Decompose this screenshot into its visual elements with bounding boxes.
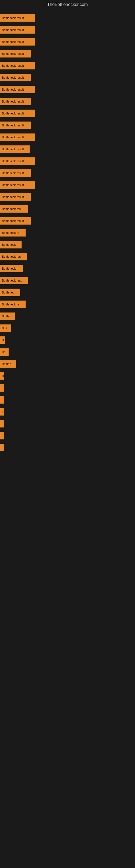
bar-row: Bottleneck res <box>0 251 135 262</box>
bar-row: Bottlen <box>0 358 135 370</box>
bottleneck-bar: Bottleneck result <box>0 122 31 129</box>
bar-row <box>0 430 135 442</box>
bar-row <box>0 418 135 430</box>
bottleneck-bar: Bottleneck result <box>0 74 31 82</box>
bottleneck-bar: Bottleneck result <box>0 98 31 105</box>
bottleneck-bar: Bottleneck re <box>0 301 26 308</box>
bottleneck-bar: Bottleneck result <box>0 62 35 69</box>
bottleneck-bar: Bottleneck result <box>0 169 31 177</box>
bottleneck-bar: Bottlen <box>0 360 16 368</box>
bottleneck-bar <box>0 432 4 439</box>
bar-row: Bottleneck result <box>0 119 135 131</box>
bar-row: Bottleneck re <box>0 227 135 239</box>
bar-row: Bottleneck result <box>0 84 135 95</box>
bottleneck-bar: Bottleneck resu <box>0 277 28 284</box>
bar-row: B <box>0 370 135 382</box>
bottleneck-bar: Bottleneck result <box>0 86 35 93</box>
bars-container: Bottleneck resultBottleneck resultBottle… <box>0 9 135 456</box>
bottleneck-bar: Bottleneck result <box>0 110 35 117</box>
bar-row: Bottleneck result <box>0 72 135 84</box>
bar-row: Bottleneck result <box>0 12 135 24</box>
bottleneck-bar: Bottleneck <box>0 241 21 248</box>
bar-row: | <box>0 406 135 418</box>
bar-row: Bottleneck resu <box>0 275 135 286</box>
bar-row <box>0 442 135 454</box>
bottleneck-bar: Bottleneck result <box>0 193 31 201</box>
bottleneck-bar: Bottleneck result <box>0 133 35 141</box>
bottleneck-bar: Bottle <box>0 312 15 320</box>
bar-row: Bottleneck result <box>0 36 135 48</box>
bottleneck-bar: Bottlenec <box>0 289 20 296</box>
bottleneck-bar: Bottleneck result <box>0 181 35 189</box>
bottleneck-bar: Bott <box>0 324 11 332</box>
bottleneck-bar: Bottleneck res <box>0 253 27 260</box>
bar-row: Bot <box>0 346 135 358</box>
bottleneck-bar: Bottleneck r <box>0 265 23 272</box>
bar-row: Bottleneck result <box>0 179 135 191</box>
bar-row: Bottleneck result <box>0 60 135 72</box>
bottleneck-bar <box>0 384 4 392</box>
bar-row <box>0 394 135 406</box>
bottleneck-bar: Bottleneck result <box>0 26 35 34</box>
bottleneck-bar: Bot <box>0 348 9 356</box>
bottleneck-bar <box>0 420 4 428</box>
bar-row: Bottleneck result <box>0 143 135 155</box>
bar-row: Bottleneck <box>0 239 135 251</box>
bar-row: Bottleneck r <box>0 262 135 275</box>
bar-row: Bottleneck re <box>0 299 135 310</box>
bar-row: Bottleneck result <box>0 167 135 179</box>
bottleneck-bar: B <box>0 372 4 380</box>
bottleneck-bar <box>0 396 4 404</box>
bottleneck-bar: Bottleneck result <box>0 14 35 22</box>
bottleneck-bar: Bottleneck result <box>0 217 31 225</box>
site-title: TheBottlenecker.com <box>0 0 135 9</box>
bottleneck-bar <box>0 444 4 452</box>
bar-row: Bottleneck result <box>0 48 135 60</box>
bar-row: Bottlenec <box>0 286 135 299</box>
bottleneck-bar: Bottleneck result <box>0 145 30 153</box>
bar-row <box>0 382 135 394</box>
bottleneck-bar: Bottleneck result <box>0 38 35 45</box>
bar-row: Bottleneck resu <box>0 203 135 215</box>
bottleneck-bar: Bottleneck result <box>0 50 31 58</box>
bar-row: B <box>0 334 135 346</box>
bottleneck-bar: Bottleneck re <box>0 229 26 237</box>
bar-row: Bottleneck result <box>0 95 135 107</box>
bottleneck-bar: B <box>0 336 5 344</box>
bar-row: Bottleneck result <box>0 131 135 143</box>
bottleneck-bar: Bottleneck result <box>0 157 35 165</box>
bar-row: Bottleneck result <box>0 107 135 119</box>
bottleneck-bar: | <box>0 408 4 415</box>
bottleneck-bar: Bottleneck resu <box>0 205 28 213</box>
bar-row: Bott <box>0 322 135 334</box>
bar-row: Bottleneck result <box>0 24 135 36</box>
bar-row: Bottle <box>0 310 135 322</box>
bar-row: Bottleneck result <box>0 191 135 203</box>
bar-row: Bottleneck result <box>0 155 135 167</box>
bar-row: Bottleneck result <box>0 215 135 227</box>
